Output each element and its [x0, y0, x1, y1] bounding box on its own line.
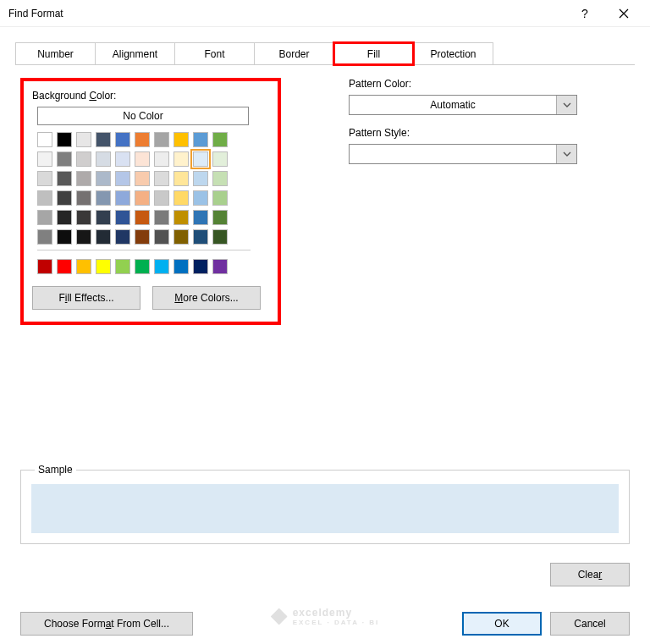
color-swatch[interactable]: [96, 259, 111, 274]
color-swatch[interactable]: [76, 151, 91, 167]
color-swatch[interactable]: [212, 210, 228, 225]
color-swatch[interactable]: [174, 229, 189, 245]
color-swatch[interactable]: [193, 132, 208, 147]
color-swatch[interactable]: [154, 229, 169, 245]
color-swatch[interactable]: [76, 229, 91, 245]
color-swatch[interactable]: [212, 132, 228, 147]
cancel-button[interactable]: Cancel: [550, 612, 630, 636]
color-swatch[interactable]: [174, 132, 189, 147]
color-swatch[interactable]: [115, 132, 130, 147]
color-swatch[interactable]: [37, 259, 52, 274]
color-swatch[interactable]: [96, 190, 111, 206]
color-swatch[interactable]: [96, 151, 111, 167]
color-swatch[interactable]: [154, 171, 169, 186]
color-swatch[interactable]: [57, 210, 72, 225]
color-swatch[interactable]: [96, 229, 111, 245]
color-swatch[interactable]: [57, 259, 72, 274]
color-swatch[interactable]: [115, 190, 130, 206]
color-swatch[interactable]: [135, 259, 150, 274]
color-swatch[interactable]: [115, 171, 130, 186]
pattern-color-value: Automatic: [350, 96, 556, 114]
color-swatch[interactable]: [76, 210, 91, 225]
color-swatch[interactable]: [57, 190, 72, 206]
color-swatch[interactable]: [135, 190, 150, 206]
color-swatch[interactable]: [154, 210, 169, 225]
color-swatch[interactable]: [135, 171, 150, 186]
color-swatch[interactable]: [96, 210, 111, 225]
tab-protection[interactable]: Protection: [413, 42, 493, 65]
fill-effects-button[interactable]: Fill Effects...: [32, 286, 140, 310]
pattern-style-dropdown-button[interactable]: [556, 145, 576, 163]
color-swatch[interactable]: [154, 259, 169, 274]
dialog-footer: Choose Format From Cell... OK Cancel: [0, 612, 650, 636]
clear-button[interactable]: Clear: [550, 563, 630, 586]
color-swatch[interactable]: [135, 210, 150, 225]
sample-label: Sample: [35, 464, 76, 476]
color-swatch[interactable]: [115, 259, 130, 274]
help-button[interactable]: ?: [565, 0, 604, 27]
sample-preview: [31, 484, 619, 533]
tab-fill[interactable]: Fill: [333, 42, 414, 65]
tab-border[interactable]: Border: [254, 42, 334, 65]
color-swatch[interactable]: [37, 229, 52, 245]
color-swatch[interactable]: [96, 171, 111, 186]
color-swatch[interactable]: [76, 132, 91, 147]
tab-alignment[interactable]: Alignment: [95, 42, 175, 65]
color-swatch[interactable]: [154, 151, 169, 167]
color-swatch[interactable]: [174, 171, 189, 186]
choose-format-from-cell-button[interactable]: Choose Format From Cell...: [20, 612, 193, 636]
title-bar: Find Format ?: [0, 0, 650, 27]
chevron-down-icon: [563, 150, 571, 158]
color-swatch[interactable]: [174, 210, 189, 225]
color-swatch[interactable]: [193, 190, 208, 206]
color-swatch[interactable]: [212, 190, 228, 206]
pattern-color-combo[interactable]: Automatic: [349, 95, 577, 115]
color-swatch[interactable]: [193, 210, 208, 225]
color-swatch[interactable]: [154, 190, 169, 206]
color-swatch[interactable]: [37, 151, 52, 167]
color-swatch[interactable]: [57, 132, 72, 147]
pattern-style-value: [350, 145, 556, 163]
color-swatch[interactable]: [115, 151, 130, 167]
tab-font[interactable]: Font: [174, 42, 255, 65]
color-swatch[interactable]: [37, 171, 52, 186]
color-swatch[interactable]: [212, 151, 228, 167]
color-swatch[interactable]: [154, 132, 169, 147]
color-swatch[interactable]: [76, 171, 91, 186]
more-colors-button[interactable]: More Colors...: [152, 286, 261, 310]
color-swatch[interactable]: [96, 132, 111, 147]
color-swatch[interactable]: [212, 259, 228, 274]
color-swatch[interactable]: [193, 151, 208, 167]
color-swatch[interactable]: [76, 259, 91, 274]
color-swatch[interactable]: [193, 259, 208, 274]
no-color-button[interactable]: No Color: [37, 107, 249, 125]
color-swatch[interactable]: [37, 210, 52, 225]
color-swatch[interactable]: [212, 171, 228, 186]
color-swatch[interactable]: [37, 132, 52, 147]
color-swatch[interactable]: [135, 229, 150, 245]
color-swatch[interactable]: [115, 229, 130, 245]
close-button[interactable]: [604, 0, 643, 27]
color-swatch[interactable]: [57, 171, 72, 186]
color-swatch[interactable]: [193, 171, 208, 186]
color-swatch[interactable]: [57, 229, 72, 245]
color-swatch[interactable]: [174, 151, 189, 167]
sample-group: Sample: [20, 470, 630, 544]
color-swatch[interactable]: [135, 132, 150, 147]
color-swatch[interactable]: [174, 190, 189, 206]
color-swatch[interactable]: [193, 229, 208, 245]
color-swatch[interactable]: [37, 190, 52, 206]
color-swatch[interactable]: [212, 229, 228, 245]
pattern-color-dropdown-button[interactable]: [556, 96, 576, 114]
color-swatch[interactable]: [115, 210, 130, 225]
pattern-style-combo[interactable]: [349, 144, 577, 164]
ok-button[interactable]: OK: [462, 612, 542, 636]
color-swatch[interactable]: [135, 151, 150, 167]
color-swatch[interactable]: [57, 151, 72, 167]
pattern-color-label: Pattern Color:: [349, 78, 630, 90]
background-color-label: Background Color:: [32, 90, 269, 102]
color-swatch[interactable]: [76, 190, 91, 206]
color-palette: [37, 132, 269, 274]
tab-number[interactable]: Number: [15, 42, 96, 65]
color-swatch[interactable]: [174, 259, 189, 274]
